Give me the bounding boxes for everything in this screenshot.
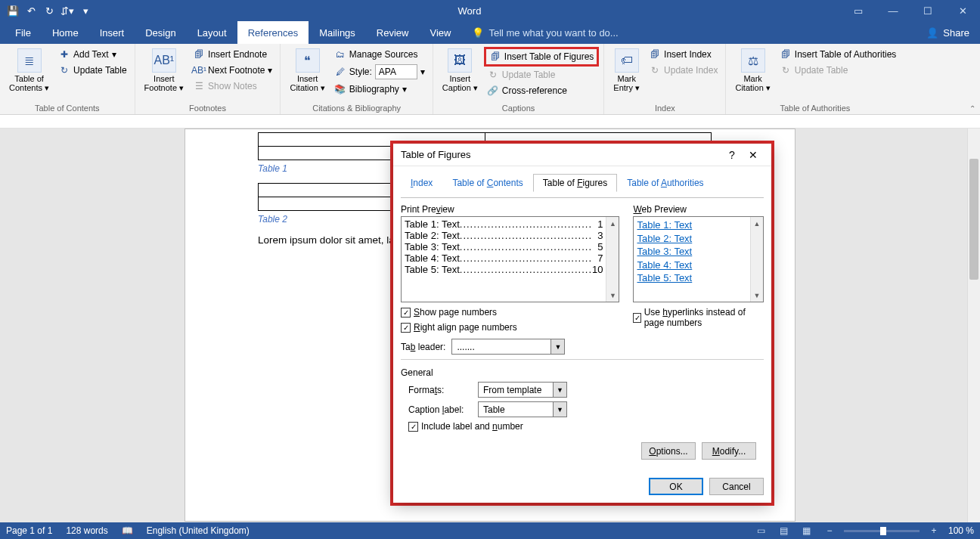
dialog-tab-index[interactable]: Index (401, 174, 442, 192)
ok-button[interactable]: OK (649, 478, 703, 495)
dialog-tab-tof[interactable]: Table of Figures (533, 174, 617, 192)
chevron-down-icon[interactable]: ▼ (550, 339, 564, 354)
bibliography-label: Bibliography (349, 84, 399, 94)
tab-layout[interactable]: Layout (187, 21, 237, 44)
save-button[interactable]: 💾 (5, 2, 21, 19)
web-preview-scrollbar[interactable]: ▲▼ (750, 217, 763, 302)
update-toa-button: ↻Update Table (777, 63, 900, 78)
use-hyperlinks-checkbox[interactable]: ✓Use hyperlinks instead of page numbers (633, 307, 764, 328)
update-index-icon: ↻ (649, 64, 661, 76)
tab-leader-combo[interactable]: ....... ▼ (451, 339, 565, 355)
web-preview-link[interactable]: Table 5: Text (637, 271, 747, 285)
mark-entry-button[interactable]: 🏷 MarkEntry ▾ (609, 47, 644, 94)
window-controls: ▭ — ☐ ✕ (841, 0, 980, 21)
zoom-slider-thumb[interactable] (880, 527, 886, 535)
zoom-in-button[interactable]: + (926, 524, 942, 537)
tab-file[interactable]: File (5, 21, 42, 44)
collapse-ribbon-button[interactable]: ⌃ (969, 104, 975, 113)
vertical-scrollbar[interactable] (967, 129, 980, 522)
show-page-numbers-checkbox[interactable]: ✓Show page numbers (401, 307, 619, 318)
status-words[interactable]: 128 words (66, 525, 107, 536)
modify-button[interactable]: Modify... (702, 442, 756, 460)
web-preview-link[interactable]: Table 4: Text (637, 259, 747, 272)
status-proofing-icon[interactable]: 📖 (122, 525, 133, 536)
next-footnote-button[interactable]: AB¹Next Footnote ▾ (190, 63, 275, 78)
web-preview-label: Web Preview (633, 204, 764, 215)
print-preview-scrollbar[interactable]: ▲▼ (606, 217, 619, 302)
chevron-down-icon[interactable]: ▼ (553, 383, 566, 397)
dialog-tab-toa[interactable]: Table of Authorities (617, 174, 713, 192)
update-index-button: ↻Update Index (646, 63, 721, 78)
view-read-button[interactable]: ▭ (753, 524, 770, 537)
undo-button[interactable]: ↶ (23, 2, 39, 19)
close-button[interactable]: ✕ (945, 0, 980, 21)
tab-view[interactable]: View (419, 21, 461, 44)
share-button[interactable]: 👤Share (916, 21, 980, 44)
update-toc-button[interactable]: ↻Update Table (55, 63, 130, 78)
tab-home[interactable]: Home (42, 21, 89, 44)
insert-footnote-button[interactable]: AB¹ InsertFootnote ▾ (140, 47, 188, 94)
tab-references[interactable]: References (237, 21, 309, 44)
touchmode-button[interactable]: ⇵▾ (59, 2, 76, 19)
cancel-button[interactable]: Cancel (709, 478, 764, 495)
next-footnote-label: Next Footnote (208, 65, 265, 76)
zoom-slider[interactable] (844, 530, 920, 532)
view-print-button[interactable]: ▤ (776, 524, 792, 537)
insert-index-label: Insert Index (664, 49, 712, 60)
mark-citation-icon: ⚖ (741, 48, 765, 73)
tab-review[interactable]: Review (366, 21, 420, 44)
status-page[interactable]: Page 1 of 1 (6, 525, 52, 536)
include-label-checkbox[interactable]: ✓Include label and number (408, 421, 523, 432)
next-footnote-icon: AB¹ (193, 64, 205, 76)
insert-citation-button[interactable]: ❝ InsertCitation ▾ (285, 47, 329, 94)
dialog-titlebar: Table of Figures ? ✕ (393, 144, 771, 166)
zoom-level[interactable]: 100 % (948, 525, 974, 536)
scrollbar-thumb[interactable] (969, 159, 978, 280)
web-preview-link[interactable]: Table 1: Text (637, 218, 747, 232)
cross-reference-button[interactable]: 🔗Cross-reference (484, 83, 600, 98)
tab-mailings[interactable]: Mailings (309, 21, 366, 44)
dialog-help-button[interactable]: ? (721, 149, 743, 161)
ribbon-display-button[interactable]: ▭ (841, 0, 876, 21)
status-language[interactable]: English (United Kingdom) (147, 525, 250, 536)
mark-citation-button[interactable]: ⚖ MarkCitation ▾ (730, 47, 774, 94)
insert-index-button[interactable]: 🗐Insert Index (646, 47, 721, 62)
formats-combo[interactable]: From template ▼ (478, 382, 567, 398)
dialog-tab-toc[interactable]: Table of Contents (442, 174, 532, 192)
citation-label: InsertCitation ▾ (290, 74, 324, 92)
insert-table-of-figures-button[interactable]: 🗐Insert Table of Figures (484, 47, 600, 67)
tab-insert[interactable]: Insert (89, 21, 135, 44)
group-table-of-contents: ≣ Table ofContents ▾ ✚Add Text ▾ ↻Update… (0, 44, 135, 114)
maximize-button[interactable]: ☐ (910, 0, 945, 21)
citation-style-select[interactable] (375, 64, 417, 79)
caption-label-combo[interactable]: Table ▼ (478, 401, 567, 417)
qat-customize-button[interactable]: ▾ (77, 2, 94, 19)
tell-me-search[interactable]: 💡Tell me what you want to do... (461, 21, 618, 44)
right-align-checkbox[interactable]: ✓Right align page numbers (401, 322, 619, 333)
caption-label: InsertCaption ▾ (442, 74, 478, 92)
insert-toa-button[interactable]: 🗐Insert Table of Authorities (777, 47, 900, 62)
zoom-out-button[interactable]: − (821, 524, 838, 537)
table-of-contents-button[interactable]: ≣ Table ofContents ▾ (5, 47, 54, 94)
insert-caption-button[interactable]: 🖼 InsertCaption ▾ (438, 47, 482, 94)
web-preview-link[interactable]: Table 3: Text (637, 245, 747, 259)
formats-label: Formats: (408, 385, 470, 395)
bibliography-button[interactable]: 📚Bibliography ▾ (331, 82, 428, 97)
insert-index-icon: 🗐 (649, 48, 661, 60)
web-preview-link[interactable]: Table 2: Text (637, 232, 747, 246)
update-toa-label: Update Table (795, 65, 848, 76)
minimize-button[interactable]: — (876, 0, 910, 21)
manage-sources-button[interactable]: 🗂Manage Sources (331, 47, 428, 62)
view-web-button[interactable]: ▦ (799, 524, 815, 537)
options-button[interactable]: Options... (641, 442, 696, 460)
formats-value: From template (479, 385, 553, 395)
group-table-of-authorities: ⚖ MarkCitation ▾ 🗐Insert Table of Author… (726, 44, 904, 114)
redo-button[interactable]: ↻ (41, 2, 57, 19)
dialog-close-button[interactable]: ✕ (743, 149, 764, 161)
add-text-button[interactable]: ✚Add Text ▾ (55, 47, 130, 62)
update-tof-icon: ↻ (487, 69, 499, 81)
insert-endnote-button[interactable]: 🗐Insert Endnote (190, 47, 275, 62)
tab-design[interactable]: Design (135, 21, 186, 44)
chevron-down-icon[interactable]: ▼ (553, 402, 566, 417)
style-label: Style: (349, 67, 372, 77)
